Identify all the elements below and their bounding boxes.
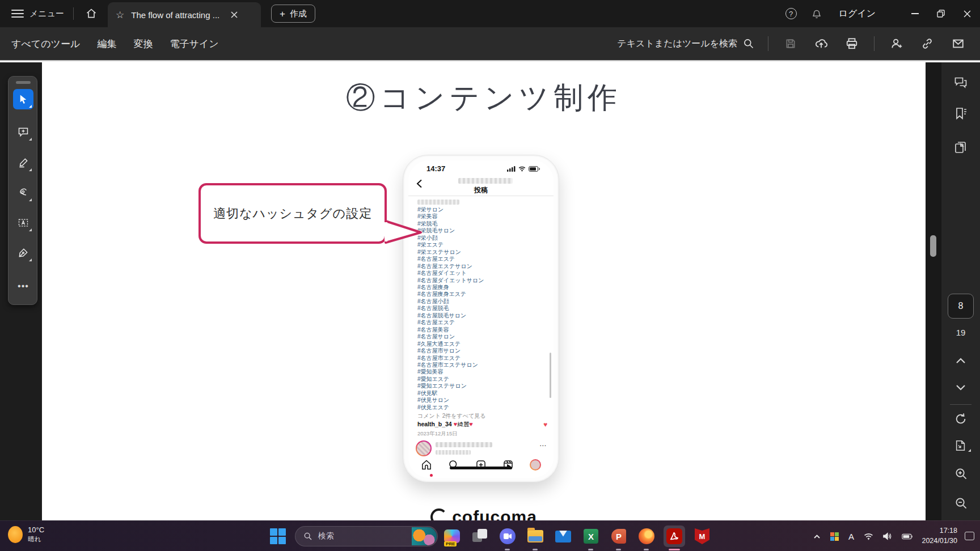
notifications-button[interactable] [812, 9, 822, 19]
highlight-tool[interactable] [13, 152, 33, 173]
hashtag-link[interactable]: #久屋大通エステ [417, 341, 484, 347]
acrobat-app-icon[interactable] [664, 525, 685, 547]
login-button[interactable]: ログイン [839, 8, 876, 20]
hashtag-link[interactable]: #名古屋市サロン [417, 347, 484, 354]
hashtag-link[interactable]: #名古屋エステ [417, 319, 484, 326]
all-tools-menu[interactable]: すべてのツール [11, 37, 80, 50]
copilot-app-icon[interactable]: PRE [441, 525, 463, 547]
hashtag-link[interactable]: #名古屋市エステ [417, 355, 484, 362]
star-icon[interactable]: ☆ [116, 9, 124, 21]
rotate-page-button[interactable] [941, 413, 980, 425]
hashtag-link[interactable]: #伏見サロン [417, 397, 484, 404]
hashtag-link[interactable]: #名古屋脱毛 [417, 305, 484, 312]
hashtag-link[interactable]: #名古屋エステサロン [417, 263, 484, 270]
print-button[interactable] [843, 35, 860, 52]
hidden-icons-chevron[interactable] [813, 534, 821, 539]
taskbar-clock[interactable]: 17:18 2024/01/30 [922, 525, 957, 546]
text-box-tool[interactable] [13, 213, 33, 233]
commenter-avatar[interactable] [416, 440, 432, 456]
restore-button[interactable] [928, 0, 954, 27]
hashtag-link[interactable]: #栄脱毛サロン [417, 227, 484, 234]
document-tab[interactable]: ☆ The flow of attracting ... [108, 2, 261, 27]
next-page-button[interactable] [941, 384, 980, 391]
ime-indicator[interactable]: A [848, 532, 854, 541]
hamburger-menu-icon[interactable] [11, 10, 24, 18]
bookmarks-panel-button[interactable] [941, 107, 980, 120]
powerpoint-app-icon[interactable]: P [608, 525, 630, 547]
phone-scrollbar[interactable] [550, 353, 551, 398]
mail-app-icon[interactable] [552, 525, 574, 547]
like-heart-icon[interactable]: ♥ [543, 421, 547, 429]
email-button[interactable] [949, 35, 966, 52]
hashtag-link[interactable]: #名古屋小顔 [417, 298, 484, 305]
wifi-tray-icon[interactable] [864, 533, 873, 540]
zoom-in-button[interactable] [941, 467, 980, 480]
page-thumbnails-button[interactable] [941, 141, 980, 154]
taskbar-search[interactable]: 検索 [295, 526, 438, 546]
current-page-input[interactable]: 8 [948, 294, 974, 319]
home-button[interactable] [82, 4, 101, 23]
hashtag-link[interactable]: #栄エステ [417, 241, 484, 248]
more-options-icon[interactable]: ⋯ [539, 442, 547, 450]
add-comment-tool[interactable] [13, 122, 33, 142]
previous-page-button[interactable] [941, 357, 980, 364]
weather-widget[interactable]: 10°C 晴れ [8, 525, 44, 544]
help-button[interactable]: ? [785, 8, 797, 19]
scrollbar-thumb[interactable] [930, 235, 936, 257]
hashtag-link[interactable]: #栄エステサロン [417, 249, 484, 256]
zoom-out-button[interactable] [941, 497, 980, 510]
fit-page-button[interactable] [941, 439, 980, 452]
volume-icon[interactable] [883, 532, 892, 540]
close-button[interactable] [954, 0, 980, 27]
hashtag-link[interactable]: #愛知エステ [417, 376, 484, 383]
share-upload-button[interactable] [813, 35, 830, 52]
nav-profile-avatar[interactable] [530, 459, 541, 471]
hashtag-link[interactable]: #名古屋サロン [417, 333, 484, 340]
hashtag-link[interactable]: #伏見エステ [417, 404, 484, 411]
view-comments-link[interactable]: コメント 2件をすべて見る [417, 412, 485, 420]
hashtag-link[interactable]: #名古屋ダイエット [417, 270, 484, 277]
panel-drag-handle[interactable] [16, 81, 31, 84]
hashtag-link[interactable]: #名古屋脱毛サロン [417, 312, 484, 319]
chat-app-icon[interactable] [497, 525, 518, 547]
hashtag-link[interactable]: #栄美容 [417, 213, 484, 220]
comments-panel-button[interactable] [941, 76, 980, 90]
search-highlight-image[interactable] [412, 527, 437, 545]
nav-home-icon[interactable] [421, 459, 432, 471]
create-button[interactable]: + 作成 [271, 5, 315, 23]
start-button[interactable] [270, 528, 287, 544]
hashtag-link[interactable]: #名古屋痩身エステ [417, 291, 484, 298]
draw-tool[interactable] [13, 183, 33, 203]
hashtag-link[interactable]: #伏見駅 [417, 390, 484, 397]
hashtag-link[interactable]: #名古屋ダイエットサロン [417, 277, 484, 284]
add-user-button[interactable] [888, 35, 905, 52]
tray-app-icon[interactable] [830, 532, 839, 541]
fill-sign-tool[interactable] [13, 243, 33, 263]
minimize-button[interactable] [902, 0, 928, 27]
select-tool[interactable] [13, 89, 33, 109]
task-view-icon[interactable] [469, 525, 491, 547]
excel-app-icon[interactable]: X [580, 525, 602, 547]
menu-button[interactable]: メニュー [29, 9, 64, 19]
hashtag-link[interactable]: #栄小顔 [417, 235, 484, 241]
file-explorer-icon[interactable] [525, 525, 546, 547]
hashtag-link[interactable]: #名古屋痩身 [417, 284, 484, 291]
search-tools[interactable]: テキストまたはツールを検索 [617, 38, 754, 50]
edit-menu[interactable]: 編集 [97, 37, 116, 50]
esign-menu[interactable]: 電子サイン [170, 37, 218, 50]
hashtag-link[interactable]: #名古屋市エステサロン [417, 362, 484, 368]
link-button[interactable] [919, 35, 936, 52]
hashtag-link[interactable]: #栄脱毛 [417, 221, 484, 227]
more-tools-button[interactable]: ••• [13, 276, 33, 296]
hashtag-link[interactable]: #栄サロン [417, 206, 484, 213]
document-scrollbar[interactable] [926, 62, 941, 520]
tab-close-icon[interactable] [227, 8, 241, 22]
hashtag-link[interactable]: #名古屋エステ [417, 256, 484, 262]
comment-username[interactable]: health_b_34 [417, 421, 452, 427]
mcafee-app-icon[interactable]: M [691, 525, 713, 547]
hashtag-link[interactable]: #愛知エステサロン [417, 383, 484, 389]
hashtag-link[interactable]: #愛知美容 [417, 368, 484, 375]
convert-menu[interactable]: 変換 [133, 37, 153, 50]
touch-keyboard-icon[interactable] [965, 532, 974, 540]
battery-tray-icon[interactable] [902, 533, 913, 540]
